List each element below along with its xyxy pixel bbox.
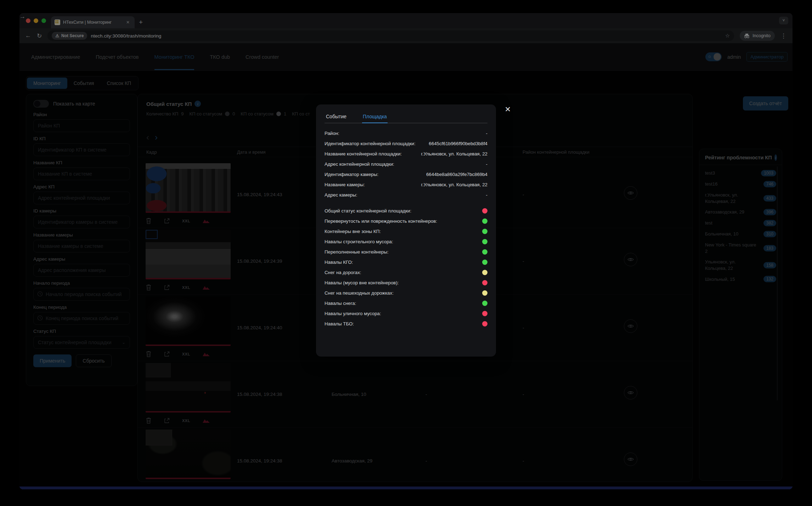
- info-label: Название камеры:: [325, 182, 365, 187]
- status-dot: [482, 208, 487, 214]
- close-icon[interactable]: ✕: [504, 105, 511, 114]
- status-label: Контейнеры вне зоны КП:: [325, 229, 381, 234]
- event-details-modal: ✕ Событие Площадка Район:- Идентификатор…: [316, 104, 496, 357]
- status-dot: [482, 290, 487, 296]
- modal-tab-event[interactable]: Событие: [325, 112, 347, 123]
- info-value: г.Ульяновск, ул. Кольцевая, 22: [421, 182, 487, 187]
- info-value: -: [486, 192, 487, 198]
- status-label: Навалы КГО:: [325, 260, 353, 265]
- status-dot: [482, 311, 487, 316]
- browser-toolbar: ← → ↻ ⚠ Not Secure ntech.city:30080/tras…: [19, 28, 793, 43]
- info-value: -: [486, 131, 487, 136]
- modal-tab-site[interactable]: Площадка: [362, 112, 388, 123]
- info-label: Район:: [325, 131, 339, 136]
- info-label: Адрес контейнерной площадки:: [325, 161, 394, 167]
- info-label: Идентификатор контейнерной площадки:: [325, 141, 416, 146]
- page-viewport: Администрирование Подсчет объектов Монит…: [19, 43, 793, 489]
- status-label: Переполненные контейнеры:: [325, 249, 389, 255]
- status-label: Общий статус контейнерной площадки:: [325, 208, 411, 214]
- info-value: 6645cf61b966f90bebd3b8f4: [429, 141, 487, 146]
- status-label: Навалы строительного мусора:: [325, 239, 393, 244]
- site-status-list: Общий статус контейнерной площадки: Пере…: [325, 206, 487, 329]
- status-label: Навалы снега:: [325, 301, 356, 306]
- modal-tabs: Событие Площадка: [325, 112, 487, 123]
- status-dot: [482, 301, 487, 306]
- status-dot: [482, 270, 487, 275]
- info-label: Идентификатор камеры:: [325, 172, 378, 177]
- status-label: Снег на пешеходных дорожках:: [325, 290, 394, 296]
- status-dot: [482, 249, 487, 255]
- status-dot: [482, 280, 487, 285]
- status-dot: [482, 321, 487, 326]
- status-label: Навалы (мусор вне контейнеров):: [325, 280, 399, 285]
- status-label: Перевернутость или поврежденность контей…: [325, 218, 437, 224]
- info-label: Адрес камеры:: [325, 192, 357, 198]
- status-dot: [482, 218, 487, 224]
- status-label: Навалы ТБО:: [325, 321, 354, 326]
- info-value: -: [486, 161, 487, 167]
- site-info: Район:- Идентификатор контейнерной площа…: [325, 128, 487, 200]
- status-dot: [482, 260, 487, 265]
- info-label: Название контейнерной площадки:: [325, 151, 402, 157]
- status-dot: [482, 239, 487, 244]
- info-value: г.Ульяновск, ул. Кольцевая, 22: [421, 151, 487, 157]
- info-value: 6644be8a860a29fe7bc869b4: [426, 172, 487, 177]
- status-label: Навалы уличного мусора:: [325, 311, 381, 316]
- status-dot: [482, 229, 487, 234]
- browser-window: НТехСити | Мониторинг ✕ + ˅ ← → ↻ ⚠ Not …: [19, 13, 793, 489]
- status-label: Снег на дорогах:: [325, 270, 361, 275]
